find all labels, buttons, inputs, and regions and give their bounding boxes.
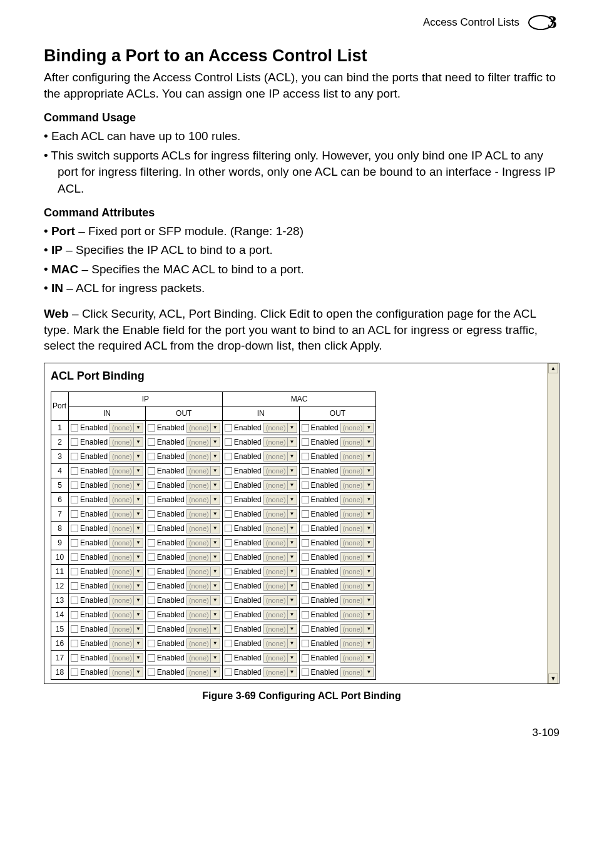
enabled-checkbox[interactable] <box>225 640 232 647</box>
enabled-checkbox[interactable] <box>302 496 309 503</box>
enabled-checkbox[interactable] <box>302 582 309 590</box>
acl-select[interactable]: (none)▼ <box>263 581 297 591</box>
enabled-checkbox[interactable] <box>225 611 232 618</box>
acl-select[interactable]: (none)▼ <box>340 509 374 519</box>
enabled-checkbox[interactable] <box>225 510 232 518</box>
enabled-checkbox[interactable] <box>302 424 309 431</box>
enabled-checkbox[interactable] <box>225 669 232 676</box>
enabled-checkbox[interactable] <box>71 582 78 590</box>
acl-select[interactable]: (none)▼ <box>110 667 143 677</box>
acl-select[interactable]: (none)▼ <box>340 452 374 462</box>
acl-select[interactable]: (none)▼ <box>186 466 220 476</box>
enabled-checkbox[interactable] <box>71 654 78 662</box>
enabled-checkbox[interactable] <box>148 510 155 518</box>
acl-select[interactable]: (none)▼ <box>340 480 374 490</box>
enabled-checkbox[interactable] <box>225 568 232 575</box>
enabled-checkbox[interactable] <box>148 669 155 676</box>
enabled-checkbox[interactable] <box>148 438 155 446</box>
enabled-checkbox[interactable] <box>71 669 78 676</box>
enabled-checkbox[interactable] <box>302 568 309 575</box>
enabled-checkbox[interactable] <box>148 625 155 633</box>
enabled-checkbox[interactable] <box>302 611 309 618</box>
enabled-checkbox[interactable] <box>225 539 232 547</box>
acl-select[interactable]: (none)▼ <box>340 610 374 620</box>
enabled-checkbox[interactable] <box>148 611 155 618</box>
acl-select[interactable]: (none)▼ <box>263 466 297 476</box>
acl-select[interactable]: (none)▼ <box>263 610 297 620</box>
acl-select[interactable]: (none)▼ <box>110 480 143 490</box>
enabled-checkbox[interactable] <box>71 640 78 647</box>
enabled-checkbox[interactable] <box>148 568 155 575</box>
acl-select[interactable]: (none)▼ <box>263 523 297 533</box>
acl-select[interactable]: (none)▼ <box>263 638 297 648</box>
acl-select[interactable]: (none)▼ <box>110 509 143 519</box>
acl-select[interactable]: (none)▼ <box>110 437 143 447</box>
enabled-checkbox[interactable] <box>148 597 155 604</box>
enabled-checkbox[interactable] <box>302 640 309 647</box>
enabled-checkbox[interactable] <box>225 597 232 604</box>
acl-select[interactable]: (none)▼ <box>340 667 374 677</box>
enabled-checkbox[interactable] <box>148 467 155 475</box>
enabled-checkbox[interactable] <box>71 510 78 518</box>
enabled-checkbox[interactable] <box>148 496 155 503</box>
enabled-checkbox[interactable] <box>302 525 309 532</box>
acl-select[interactable]: (none)▼ <box>263 595 297 605</box>
enabled-checkbox[interactable] <box>71 496 78 503</box>
enabled-checkbox[interactable] <box>148 582 155 590</box>
acl-select[interactable]: (none)▼ <box>186 437 220 447</box>
enabled-checkbox[interactable] <box>71 539 78 547</box>
enabled-checkbox[interactable] <box>71 625 78 633</box>
enabled-checkbox[interactable] <box>302 597 309 604</box>
enabled-checkbox[interactable] <box>148 640 155 647</box>
acl-select[interactable]: (none)▼ <box>110 638 143 648</box>
acl-select[interactable]: (none)▼ <box>263 552 297 562</box>
enabled-checkbox[interactable] <box>148 654 155 662</box>
acl-select[interactable]: (none)▼ <box>263 452 297 462</box>
acl-select[interactable]: (none)▼ <box>186 538 220 548</box>
enabled-checkbox[interactable] <box>225 438 232 446</box>
acl-select[interactable]: (none)▼ <box>110 495 143 505</box>
acl-select[interactable]: (none)▼ <box>263 423 297 433</box>
acl-select[interactable]: (none)▼ <box>340 638 374 648</box>
enabled-checkbox[interactable] <box>148 424 155 431</box>
acl-select[interactable]: (none)▼ <box>186 552 220 562</box>
acl-select[interactable]: (none)▼ <box>110 552 143 562</box>
enabled-checkbox[interactable] <box>302 625 309 633</box>
acl-select[interactable]: (none)▼ <box>263 495 297 505</box>
enabled-checkbox[interactable] <box>302 654 309 662</box>
acl-select[interactable]: (none)▼ <box>110 610 143 620</box>
acl-select[interactable]: (none)▼ <box>186 638 220 648</box>
enabled-checkbox[interactable] <box>148 482 155 489</box>
enabled-checkbox[interactable] <box>71 525 78 532</box>
enabled-checkbox[interactable] <box>302 669 309 676</box>
enabled-checkbox[interactable] <box>148 453 155 460</box>
enabled-checkbox[interactable] <box>148 525 155 532</box>
enabled-checkbox[interactable] <box>225 654 232 662</box>
enabled-checkbox[interactable] <box>71 453 78 460</box>
enabled-checkbox[interactable] <box>302 453 309 460</box>
enabled-checkbox[interactable] <box>71 611 78 618</box>
enabled-checkbox[interactable] <box>225 553 232 561</box>
acl-select[interactable]: (none)▼ <box>340 653 374 663</box>
acl-select[interactable]: (none)▼ <box>263 437 297 447</box>
acl-select[interactable]: (none)▼ <box>110 567 143 577</box>
enabled-checkbox[interactable] <box>302 438 309 446</box>
acl-select[interactable]: (none)▼ <box>340 538 374 548</box>
acl-select[interactable]: (none)▼ <box>340 552 374 562</box>
enabled-checkbox[interactable] <box>225 467 232 475</box>
acl-select[interactable]: (none)▼ <box>110 538 143 548</box>
acl-select[interactable]: (none)▼ <box>263 567 297 577</box>
enabled-checkbox[interactable] <box>71 482 78 489</box>
acl-select[interactable]: (none)▼ <box>110 452 143 462</box>
acl-select[interactable]: (none)▼ <box>340 624 374 634</box>
acl-select[interactable]: (none)▼ <box>263 509 297 519</box>
acl-select[interactable]: (none)▼ <box>186 667 220 677</box>
acl-select[interactable]: (none)▼ <box>263 480 297 490</box>
enabled-checkbox[interactable] <box>302 539 309 547</box>
acl-select[interactable]: (none)▼ <box>340 466 374 476</box>
enabled-checkbox[interactable] <box>225 424 232 431</box>
enabled-checkbox[interactable] <box>148 553 155 561</box>
acl-select[interactable]: (none)▼ <box>340 581 374 591</box>
acl-select[interactable]: (none)▼ <box>186 581 220 591</box>
enabled-checkbox[interactable] <box>71 438 78 446</box>
